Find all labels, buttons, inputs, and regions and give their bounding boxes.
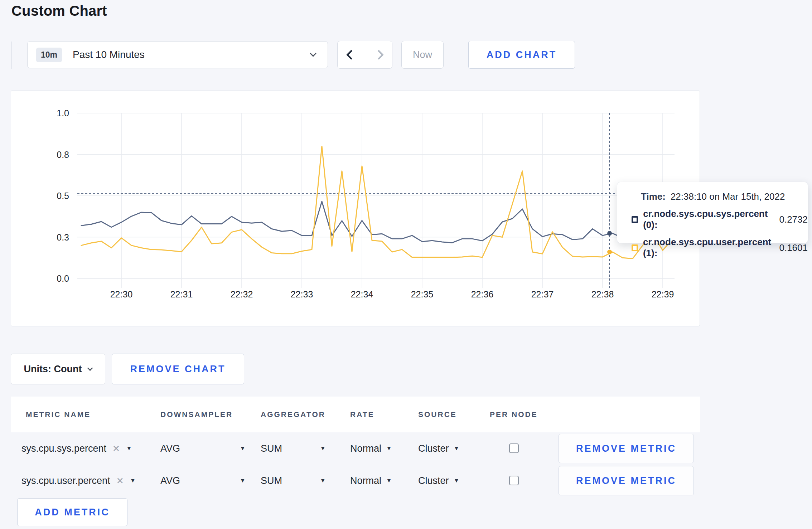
time-range-badge: 10m	[36, 48, 62, 62]
aggregator-select[interactable]: SUM ▼	[261, 465, 326, 497]
per-node-checkbox[interactable]	[509, 443, 519, 453]
downsampler-value: AVG	[160, 475, 180, 486]
chevron-left-icon	[346, 50, 356, 60]
units-select[interactable]: Units: Count	[11, 354, 105, 384]
remove-metric-button[interactable]: REMOVE METRIC	[559, 434, 694, 463]
tooltip-series-name: cr.node.sys.cpu.user.percent (1):	[643, 237, 774, 259]
page-title: Custom Chart	[11, 3, 107, 19]
tooltip-time-label: Time:	[641, 191, 666, 202]
rate-value: Normal	[350, 475, 381, 486]
caret-down-icon: ▼	[320, 445, 326, 452]
metric-row: sys.cpu.user.percent ✕ ▼ AVG ▼ SUM ▼ Nor…	[11, 465, 700, 497]
sys-percent-swatch-icon	[632, 216, 638, 223]
column-header-aggregator: AGGREGATOR	[261, 397, 325, 432]
metric-name-value: sys.cpu.user.percent	[21, 475, 110, 486]
source-value: Cluster	[418, 443, 449, 454]
caret-down-icon: ▼	[130, 477, 136, 484]
caret-down-icon: ▼	[454, 445, 460, 452]
metric-row: sys.cpu.sys.percent ✕ ▼ AVG ▼ SUM ▼ Norm…	[11, 432, 700, 465]
caret-down-icon: ▼	[240, 445, 246, 452]
chart-card: 0.00.30.50.81.022:3022:3122:3222:3322:34…	[11, 90, 700, 326]
column-header-downsampler: DOWNSAMPLER	[160, 397, 233, 432]
source-select[interactable]: Cluster ▼	[418, 465, 459, 497]
time-back-button[interactable]	[338, 41, 365, 68]
downsampler-value: AVG	[160, 443, 180, 454]
tooltip-series-name: cr.node.sys.cpu.sys.percent (0):	[643, 208, 773, 230]
time-range-select[interactable]: 10m Past 10 Minutes	[27, 41, 328, 68]
caret-down-icon: ▼	[240, 477, 246, 484]
rate-value: Normal	[350, 443, 381, 454]
controls-left-divider	[11, 42, 11, 69]
chevron-down-icon	[87, 365, 93, 371]
units-label: Units: Count	[24, 364, 82, 375]
svg-text:0.8: 0.8	[57, 150, 69, 160]
rate-select[interactable]: Normal ▼	[350, 432, 392, 465]
remove-metric-button[interactable]: REMOVE METRIC	[559, 466, 694, 495]
aggregator-value: SUM	[261, 475, 282, 486]
source-value: Cluster	[418, 475, 449, 486]
svg-text:1.0: 1.0	[57, 108, 69, 118]
add-metric-button[interactable]: ADD METRIC	[17, 498, 127, 526]
remove-chart-button[interactable]: REMOVE CHART	[112, 354, 244, 384]
downsampler-select[interactable]: AVG ▼	[160, 465, 246, 497]
now-button[interactable]: Now	[401, 41, 444, 69]
svg-text:22:33: 22:33	[291, 289, 313, 299]
tooltip-time-row: Time:22:38:10 on Mar 15th, 2022	[632, 191, 808, 202]
add-chart-button[interactable]: ADD CHART	[468, 41, 575, 69]
metrics-table-header: METRIC NAME DOWNSAMPLER AGGREGATOR RATE …	[11, 397, 700, 432]
chart-hover-tooltip: Time:22:38:10 on Mar 15th, 2022 cr.node.…	[617, 182, 808, 243]
svg-text:22:31: 22:31	[170, 289, 193, 299]
svg-text:22:34: 22:34	[351, 289, 373, 299]
column-header-rate: RATE	[350, 397, 374, 432]
time-step-buttons	[337, 41, 392, 69]
cpu-percent-chart[interactable]: 0.00.30.50.81.022:3022:3122:3222:3322:34…	[11, 91, 700, 327]
svg-text:22:32: 22:32	[231, 289, 253, 299]
caret-down-icon: ▼	[454, 477, 460, 484]
tooltip-series-value: 0.1601	[779, 242, 808, 253]
column-header-per-node: PER NODE	[490, 397, 538, 432]
svg-text:22:37: 22:37	[531, 289, 554, 299]
tooltip-series-value: 0.2732	[779, 214, 808, 225]
time-range-label: Past 10 Minutes	[73, 49, 145, 60]
tooltip-series-row: cr.node.sys.cpu.sys.percent (0): 0.2732	[632, 208, 808, 230]
svg-text:0.0: 0.0	[57, 273, 69, 283]
chevron-down-icon	[310, 50, 316, 57]
column-header-source: SOURCE	[418, 397, 457, 432]
rate-select[interactable]: Normal ▼	[350, 465, 392, 497]
time-forward-button[interactable]	[365, 41, 392, 68]
caret-down-icon: ▼	[320, 477, 326, 484]
caret-down-icon: ▼	[386, 445, 392, 452]
source-select[interactable]: Cluster ▼	[418, 432, 459, 465]
clear-metric-icon[interactable]: ✕	[116, 476, 124, 486]
svg-text:0.3: 0.3	[57, 232, 69, 242]
tooltip-time-value: 22:38:10 on Mar 15th, 2022	[671, 191, 785, 202]
svg-text:22:38: 22:38	[591, 289, 614, 299]
caret-down-icon: ▼	[386, 477, 392, 484]
per-node-checkbox[interactable]	[509, 476, 519, 485]
aggregator-value: SUM	[261, 443, 282, 454]
metric-name-select[interactable]: sys.cpu.sys.percent ✕ ▼	[21, 432, 132, 465]
svg-text:0.5: 0.5	[57, 191, 69, 201]
metric-name-value: sys.cpu.sys.percent	[21, 443, 106, 454]
metric-name-select[interactable]: sys.cpu.user.percent ✕ ▼	[21, 465, 136, 497]
svg-text:22:39: 22:39	[652, 289, 674, 299]
svg-text:22:30: 22:30	[110, 289, 133, 299]
caret-down-icon: ▼	[126, 445, 132, 452]
column-header-metric-name: METRIC NAME	[26, 397, 91, 432]
user-percent-swatch-icon	[632, 244, 638, 251]
downsampler-select[interactable]: AVG ▼	[160, 432, 246, 465]
clear-metric-icon[interactable]: ✕	[112, 443, 120, 454]
svg-text:22:35: 22:35	[411, 289, 434, 299]
svg-text:22:36: 22:36	[471, 289, 494, 299]
chevron-right-icon	[373, 50, 383, 60]
tooltip-series-row: cr.node.sys.cpu.user.percent (1): 0.1601	[632, 237, 808, 259]
aggregator-select[interactable]: SUM ▼	[261, 432, 326, 465]
